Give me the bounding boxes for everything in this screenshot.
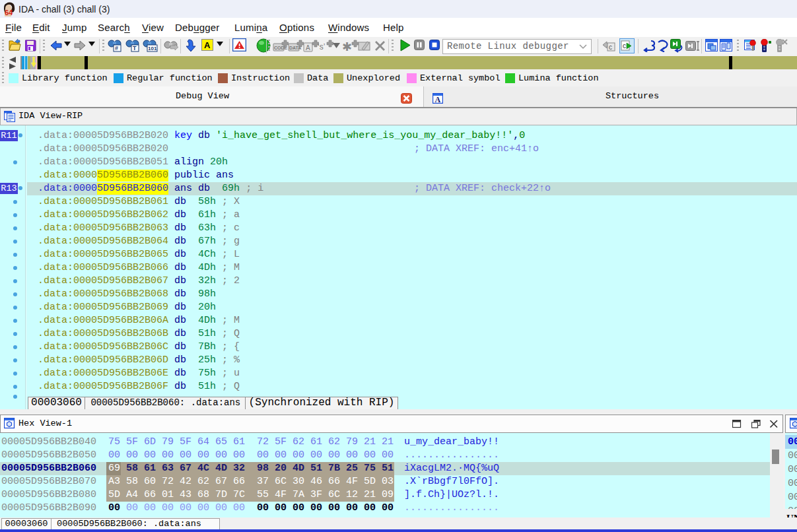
svg-text:101: 101 xyxy=(148,46,157,51)
svg-text:T: T xyxy=(133,45,137,51)
svg-text:A: A xyxy=(204,40,211,50)
svg-text:A: A xyxy=(435,95,441,104)
svg-text:✱: ✱ xyxy=(343,40,352,52)
svg-text:c: c xyxy=(623,42,626,50)
svg-text:c: c xyxy=(609,44,612,51)
svg-text:#: # xyxy=(115,45,118,51)
svg-text:64: 64 xyxy=(5,9,13,17)
svg-text:‘s’: ‘s’ xyxy=(318,42,325,51)
svg-text:A: A xyxy=(306,44,310,51)
